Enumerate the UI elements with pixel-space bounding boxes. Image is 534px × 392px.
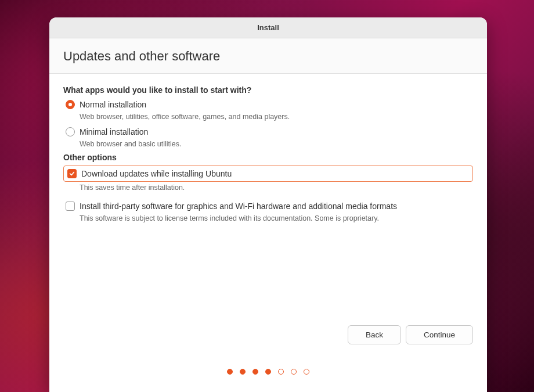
checkbox-icon xyxy=(67,169,77,178)
third-party-description: This software is subject to license term… xyxy=(80,214,473,222)
page-title: Updates and other software xyxy=(63,49,473,64)
page-header: Updates and other software xyxy=(49,38,487,74)
step-dot xyxy=(240,369,246,375)
download-updates-description: This saves time after installation. xyxy=(80,184,473,192)
button-row: Back Continue xyxy=(63,325,473,344)
continue-button[interactable]: Continue xyxy=(406,325,473,344)
pagination-dots xyxy=(49,356,487,392)
minimal-installation-description: Web browser and basic utilities. xyxy=(80,140,473,148)
step-dot xyxy=(291,369,297,375)
installer-window: Install Updates and other software What … xyxy=(49,17,487,392)
step-dot xyxy=(227,369,233,375)
download-updates-label: Download updates while installing Ubuntu xyxy=(81,169,232,178)
normal-installation-description: Web browser, utilities, office software,… xyxy=(80,113,473,121)
minimal-installation-radio[interactable]: Minimal installation xyxy=(66,125,473,138)
minimal-installation-label: Minimal installation xyxy=(80,127,148,136)
content-area: What apps would you like to install to s… xyxy=(49,74,487,356)
radio-icon xyxy=(66,127,75,136)
download-updates-checkbox[interactable]: Download updates while installing Ubuntu xyxy=(63,166,473,182)
titlebar: Install xyxy=(49,17,487,38)
normal-installation-label: Normal installation xyxy=(80,100,146,109)
step-dot xyxy=(278,369,284,375)
step-dot xyxy=(304,369,309,375)
step-dot-current xyxy=(265,369,271,375)
radio-icon xyxy=(66,100,75,109)
normal-installation-radio[interactable]: Normal installation xyxy=(66,98,473,111)
third-party-label: Install third-party software for graphic… xyxy=(80,202,397,211)
step-dot xyxy=(252,369,258,375)
checkbox-icon xyxy=(66,202,75,211)
third-party-checkbox[interactable]: Install third-party software for graphic… xyxy=(66,200,473,213)
back-button[interactable]: Back xyxy=(348,325,401,344)
window-title: Install xyxy=(257,23,279,32)
checkmark-icon xyxy=(69,171,75,177)
apps-section-title: What apps would you like to install to s… xyxy=(63,85,473,95)
other-options-title: Other options xyxy=(63,153,473,162)
